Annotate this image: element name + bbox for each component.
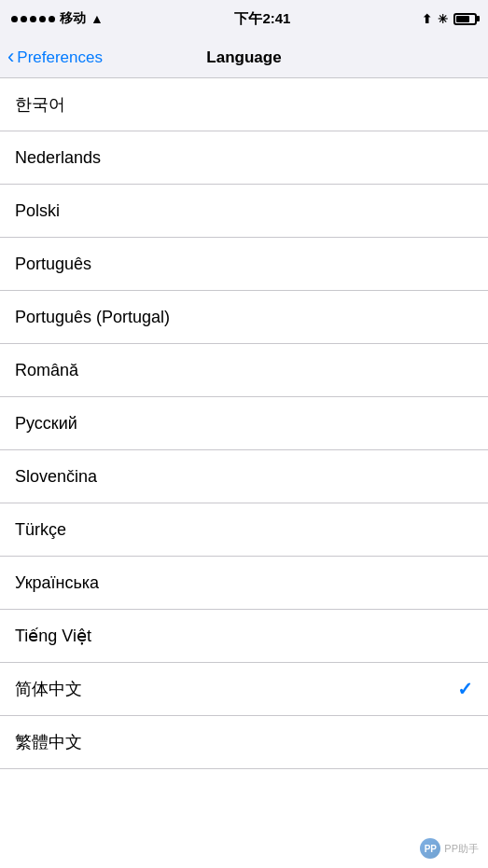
list-item[interactable]: 简体中文✓	[0, 663, 488, 716]
checkmark-icon: ✓	[457, 678, 473, 700]
chevron-left-icon: ‹	[7, 47, 14, 67]
language-label: Tiếng Việt	[15, 626, 91, 646]
language-label: Slovenčina	[15, 467, 97, 487]
language-label: Русский	[15, 414, 77, 434]
language-label: Українська	[15, 573, 99, 593]
language-label: Nederlands	[15, 148, 101, 168]
language-label: Português (Portugal)	[15, 308, 170, 327]
language-label: 繁體中文	[15, 731, 82, 753]
language-label: Português	[15, 255, 91, 274]
language-label: Türkçe	[15, 520, 66, 540]
back-button[interactable]: ‹ Preferences	[7, 48, 103, 67]
location-icon: ⬆	[422, 12, 432, 26]
wifi-icon: ▲	[91, 11, 104, 26]
list-item[interactable]: Українська	[0, 557, 488, 610]
language-label: Polski	[15, 201, 60, 221]
list-item[interactable]: Türkçe	[0, 503, 488, 557]
list-item[interactable]: Português	[0, 238, 488, 291]
nav-bar: ‹ Preferences Language	[0, 37, 488, 78]
carrier-label: 移动	[60, 10, 86, 27]
watermark: PP PP助手	[420, 838, 479, 859]
list-item[interactable]: Русский	[0, 397, 488, 450]
page-title: Language	[206, 48, 281, 67]
watermark-text: PP助手	[444, 842, 479, 856]
language-list: 한국어NederlandsPolskiPortuguêsPortuguês (P…	[0, 78, 488, 868]
status-left: 移动 ▲	[11, 10, 104, 27]
status-bar: 移动 ▲ 下午2:41 ⬆ ✳	[0, 0, 488, 37]
bluetooth-icon: ✳	[438, 12, 448, 26]
battery-icon	[453, 13, 477, 25]
status-time: 下午2:41	[234, 10, 290, 28]
signal-icon	[11, 16, 55, 22]
language-label: 简体中文	[15, 678, 82, 700]
list-item[interactable]: Slovenčina	[0, 450, 488, 503]
list-item[interactable]: 한국어	[0, 78, 488, 131]
list-item[interactable]: Polski	[0, 185, 488, 238]
list-item[interactable]: Română	[0, 344, 488, 397]
back-label: Preferences	[17, 48, 103, 67]
status-right: ⬆ ✳	[422, 12, 477, 26]
list-item[interactable]: 繁體中文	[0, 716, 488, 769]
list-item[interactable]: Nederlands	[0, 131, 488, 185]
watermark-logo: PP	[420, 838, 440, 859]
language-label: 한국어	[15, 93, 65, 116]
list-item[interactable]: Tiếng Việt	[0, 610, 488, 663]
list-item[interactable]: Português (Portugal)	[0, 291, 488, 344]
language-label: Română	[15, 361, 78, 380]
